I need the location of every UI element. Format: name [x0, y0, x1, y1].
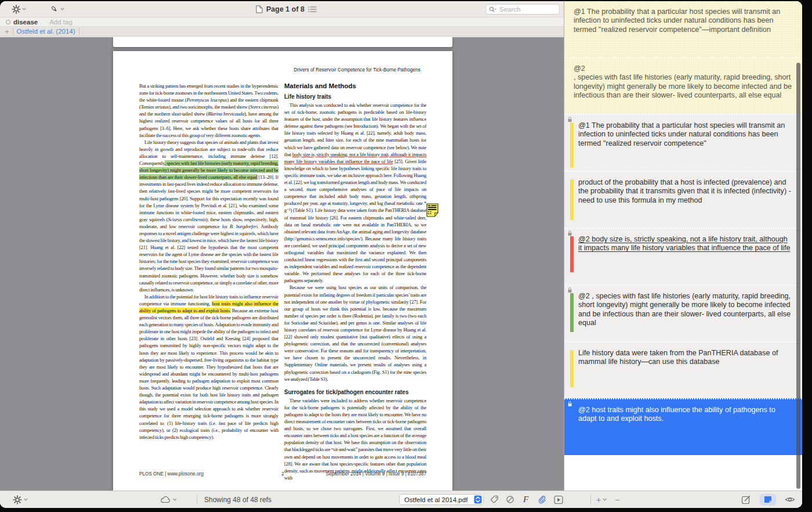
highlight-color-bar: [570, 179, 574, 220]
left-pane: Page 1 of 8 dise: [0, 1, 564, 491]
top-toolbar: Page 1 of 8: [0, 1, 564, 17]
highlight-color-bar: [570, 350, 574, 387]
section-heading: Materials and Methods: [284, 82, 426, 89]
annotation-card[interactable]: @2 , species with fast life histories (e…: [564, 284, 802, 341]
add-reference-button[interactable]: +: [5, 28, 9, 35]
highlight-color-bar: [570, 293, 574, 332]
paperclip-icon: [537, 495, 546, 504]
lock-icon: [567, 116, 572, 122]
gear-icon: [13, 495, 22, 504]
highlight-color-bar: [570, 236, 574, 272]
divider: [79, 28, 79, 35]
paragraph: In addition to the potential for host li…: [139, 293, 278, 441]
paragraph: But a striking pattern has emerged from …: [139, 82, 278, 139]
tag-icon: [490, 495, 499, 504]
tag-color-circle[interactable]: [6, 20, 10, 24]
bottom-toolbar: Showing 48 of 48 refs Ostfeld et al 2014…: [0, 491, 802, 508]
notes-view-button[interactable]: [760, 494, 776, 506]
settings-button-bottom[interactable]: [13, 491, 28, 508]
annotation-card[interactable]: product of the probability that a host i…: [564, 171, 802, 228]
divider: [197, 495, 197, 504]
pdf-viewer: Drivers of Reservoir Competence for Tick…: [0, 37, 564, 491]
highlighter-button[interactable]: [50, 5, 64, 14]
slash-circle-icon: [506, 495, 514, 504]
attachments-button[interactable]: [537, 491, 546, 508]
running-head: Drivers of Reservoir Competence for Tick…: [139, 67, 420, 73]
search-field[interactable]: [485, 4, 560, 15]
divider: [13, 28, 13, 35]
lock-icon: [567, 287, 572, 293]
pdf-page: Drivers of Reservoir Competence for Tick…: [113, 51, 452, 491]
page-icon[interactable]: [256, 5, 263, 13]
document-popup[interactable]: Ostfeld et al 2014.pdf: [399, 494, 484, 505]
annotation-text: @2 , species with fast life histories (e…: [578, 292, 792, 327]
tag-tool-button[interactable]: [490, 491, 499, 508]
sticky-note-card[interactable]: @1 The probability that a particular hos…: [564, 1, 802, 57]
reference-link[interactable]: Ostfeld et al. (2014): [17, 28, 75, 35]
annotation-text: product of the probability that a host i…: [578, 178, 792, 205]
sticky-note-icon: [764, 496, 772, 503]
gear-icon: [12, 5, 21, 14]
remove-annotation-button[interactable]: −: [615, 491, 619, 508]
popup-stepper-icon: [474, 495, 482, 504]
annotation-card[interactable]: @2 body size is, strictly speaking, not …: [564, 228, 802, 284]
add-tag-field[interactable]: Add tag: [49, 19, 72, 26]
font-f-icon: F: [523, 495, 528, 504]
document-name: Ostfeld et al 2014.pdf: [404, 496, 467, 503]
chevron-down-icon: [60, 8, 64, 10]
chevron-down-icon: [603, 498, 607, 501]
annotation-card[interactable]: Life history data were taken from the Pa…: [564, 341, 802, 398]
reference-bar: + Ostfeld et al. (2014): [0, 27, 564, 37]
annotation-text: @2 , species with fast life histories (e…: [574, 64, 792, 100]
app-window: Page 1 of 8 dise: [0, 1, 802, 508]
tag-chip[interactable]: disease: [13, 19, 38, 26]
chevron-down-icon: [173, 498, 177, 501]
annotation-text: @1 The probability that a particular hos…: [578, 121, 792, 148]
paragraph: Because we were using host species as ou…: [284, 284, 426, 382]
minus-icon: −: [615, 495, 619, 504]
no-highlight-button[interactable]: [506, 491, 514, 508]
annotation-card-selected[interactable]: @2 host traits might also influence the …: [564, 398, 802, 455]
page-body: But a striking pattern has emerged from …: [139, 82, 426, 481]
divider: [590, 495, 591, 504]
paragraph: Life history theory suggests that specie…: [139, 139, 278, 293]
highlighter-icon: [50, 5, 59, 14]
search-input[interactable]: [498, 5, 550, 13]
eye-icon[interactable]: [785, 496, 795, 503]
tag-bar: disease Add tag: [0, 17, 564, 27]
paragraph: These variables were included to address…: [284, 397, 426, 481]
sync-button[interactable]: [160, 491, 177, 508]
sticky-note-annotation-icon[interactable]: [426, 203, 438, 217]
settings-button[interactable]: [12, 5, 26, 14]
annotation-text: @1 The probability that a particular hos…: [574, 8, 792, 34]
previous-page-edge: [113, 37, 452, 47]
lock-icon: [567, 401, 572, 406]
plus-icon: +: [596, 495, 601, 504]
annotation-text: Life history data were taken from the Pa…: [578, 349, 792, 367]
add-annotation-button[interactable]: +: [596, 491, 607, 508]
paragraph: This analysis was conducted to ask wheth…: [284, 102, 426, 284]
refs-count-status: Showing 48 of 48 refs: [204, 496, 271, 504]
subsection-heading: Life history traits: [284, 93, 426, 100]
annotations-sidebar: @1 The probability that a particular hos…: [564, 1, 802, 491]
outline-list-icon[interactable]: [308, 6, 317, 13]
scrollbar-thumb[interactable]: [796, 63, 800, 489]
page-indicator: Page 1 of 8: [266, 5, 304, 13]
search-icon: [489, 6, 496, 13]
presentation-button[interactable]: [554, 491, 563, 508]
sticky-note-card[interactable]: @2 , species with fast life histories (e…: [564, 57, 802, 114]
play-box-icon: [554, 495, 563, 504]
subsection-heading: Surrogates for tick/pathogen encounter r…: [284, 389, 426, 395]
annotation-text: @2 body size is, strictly speaking, not …: [578, 235, 792, 253]
compose-icon[interactable]: [741, 495, 751, 504]
font-button[interactable]: F: [523, 491, 528, 508]
annotation-card[interactable]: @1 The probability that a particular hos…: [564, 114, 802, 171]
right-column: Materials and Methods Life history trait…: [284, 82, 426, 481]
highlight-color-bar: [570, 122, 574, 168]
cloud-icon: [160, 496, 171, 503]
annotation-text: @2 host traits might also influence the …: [578, 406, 792, 424]
chevron-down-icon: [24, 498, 28, 501]
lock-icon: [567, 230, 572, 236]
chevron-down-icon: [22, 8, 26, 10]
issue-info: September 2014 | Volume 9 | Issue 9 | e1…: [326, 471, 426, 477]
